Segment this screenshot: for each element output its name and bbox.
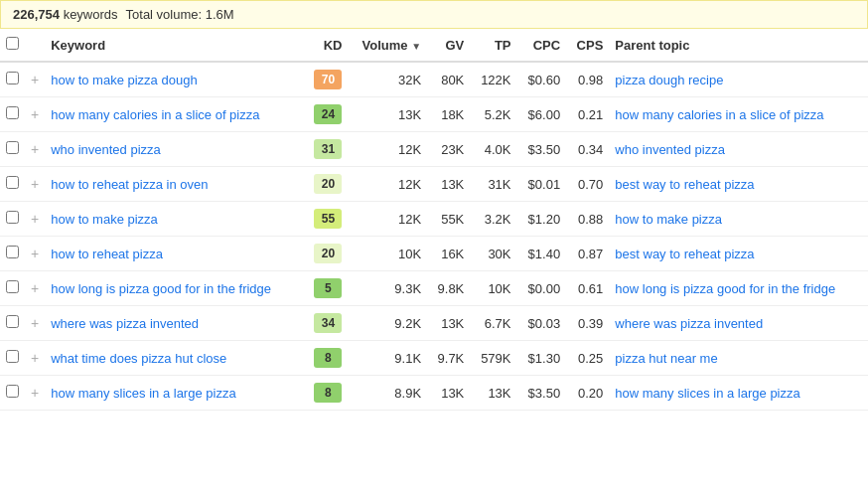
summary-bar: 226,754 keywords Total volume: 1.6M bbox=[0, 0, 868, 29]
keyword-link[interactable]: how to reheat pizza bbox=[51, 247, 163, 261]
keyword-link[interactable]: where was pizza invented bbox=[51, 316, 199, 331]
row-checkbox-cell[interactable] bbox=[0, 271, 25, 306]
row-parent-topic: best way to reheat pizza bbox=[609, 167, 868, 202]
col-header-gv: GV bbox=[427, 29, 470, 62]
row-plus-cell[interactable]: + bbox=[25, 62, 45, 97]
row-kd: 20 bbox=[304, 167, 349, 202]
row-plus-cell[interactable]: + bbox=[25, 167, 45, 202]
add-row-button[interactable]: + bbox=[31, 385, 39, 401]
row-checkbox-cell[interactable] bbox=[0, 132, 25, 167]
parent-topic-link[interactable]: how many slices in a large pizza bbox=[615, 386, 799, 401]
kd-badge: 8 bbox=[314, 383, 342, 403]
row-checkbox-cell[interactable] bbox=[0, 341, 25, 376]
row-volume: 9.1K bbox=[348, 341, 427, 376]
add-row-button[interactable]: + bbox=[31, 280, 39, 296]
row-plus-cell[interactable]: + bbox=[25, 271, 45, 306]
row-volume: 13K bbox=[348, 97, 427, 132]
keyword-link[interactable]: who invented pizza bbox=[51, 142, 161, 157]
row-cps: 0.87 bbox=[566, 237, 609, 271]
row-cps: 0.34 bbox=[566, 132, 609, 167]
add-row-button[interactable]: + bbox=[31, 315, 39, 331]
table-row: + where was pizza invented 34 9.2K 13K 6… bbox=[0, 306, 868, 341]
add-row-button[interactable]: + bbox=[31, 106, 39, 122]
keyword-link[interactable]: how to reheat pizza in oven bbox=[51, 177, 208, 192]
add-row-button[interactable]: + bbox=[31, 176, 39, 192]
row-plus-cell[interactable]: + bbox=[25, 132, 45, 167]
row-volume: 9.3K bbox=[348, 271, 427, 306]
add-row-button[interactable]: + bbox=[31, 246, 39, 261]
row-checkbox-cell[interactable] bbox=[0, 167, 25, 202]
keyword-link[interactable]: how to make pizza dough bbox=[51, 73, 197, 87]
row-cps: 0.39 bbox=[566, 306, 609, 341]
row-checkbox[interactable] bbox=[6, 211, 19, 224]
row-plus-cell[interactable]: + bbox=[25, 306, 45, 341]
row-checkbox[interactable] bbox=[6, 385, 19, 398]
parent-topic-link[interactable]: how to make pizza bbox=[615, 212, 722, 227]
parent-topic-link[interactable]: best way to reheat pizza bbox=[615, 247, 754, 261]
col-header-volume[interactable]: Volume ▼ bbox=[348, 29, 427, 62]
row-tp: 13K bbox=[470, 376, 516, 411]
kd-badge: 31 bbox=[314, 139, 342, 159]
row-tp: 3.2K bbox=[470, 202, 516, 237]
row-checkbox[interactable] bbox=[6, 176, 19, 189]
add-row-button[interactable]: + bbox=[31, 72, 39, 87]
parent-topic-link[interactable]: pizza hut near me bbox=[615, 351, 717, 366]
keyword-link[interactable]: how long is pizza good for in the fridge bbox=[51, 281, 271, 296]
row-parent-topic: how many calories in a slice of pizza bbox=[609, 97, 868, 132]
parent-topic-link[interactable]: where was pizza invented bbox=[615, 316, 763, 331]
row-plus-cell[interactable]: + bbox=[25, 237, 45, 271]
parent-topic-link[interactable]: best way to reheat pizza bbox=[615, 177, 754, 192]
col-header-parent-topic: Parent topic bbox=[609, 29, 868, 62]
row-gv: 55K bbox=[427, 202, 470, 237]
row-kd: 31 bbox=[304, 132, 349, 167]
row-checkbox[interactable] bbox=[6, 72, 19, 84]
keyword-link[interactable]: how to make pizza bbox=[51, 212, 158, 227]
kd-badge: 24 bbox=[314, 104, 342, 124]
keyword-link[interactable]: what time does pizza hut close bbox=[51, 351, 226, 366]
add-row-button[interactable]: + bbox=[31, 350, 39, 366]
row-keyword: how many slices in a large pizza bbox=[45, 376, 304, 411]
row-cpc: $1.40 bbox=[517, 237, 567, 271]
row-tp: 5.2K bbox=[470, 97, 516, 132]
col-header-check[interactable] bbox=[0, 29, 25, 62]
row-parent-topic: who invented pizza bbox=[609, 132, 868, 167]
row-plus-cell[interactable]: + bbox=[25, 341, 45, 376]
row-parent-topic: pizza hut near me bbox=[609, 341, 868, 376]
table-row: + how long is pizza good for in the frid… bbox=[0, 271, 868, 306]
parent-topic-link[interactable]: how many calories in a slice of pizza bbox=[615, 107, 823, 122]
keyword-link[interactable]: how many calories in a slice of pizza bbox=[51, 107, 259, 122]
row-cpc: $0.00 bbox=[517, 271, 567, 306]
row-checkbox-cell[interactable] bbox=[0, 237, 25, 271]
add-row-button[interactable]: + bbox=[31, 211, 39, 227]
row-plus-cell[interactable]: + bbox=[25, 376, 45, 411]
row-checkbox-cell[interactable] bbox=[0, 202, 25, 237]
keyword-link[interactable]: how many slices in a large pizza bbox=[51, 386, 235, 401]
row-plus-cell[interactable]: + bbox=[25, 202, 45, 237]
row-cps: 0.61 bbox=[566, 271, 609, 306]
parent-topic-link[interactable]: who invented pizza bbox=[615, 142, 725, 157]
row-checkbox[interactable] bbox=[6, 280, 19, 293]
row-gv: 9.8K bbox=[427, 271, 470, 306]
row-checkbox[interactable] bbox=[6, 315, 19, 328]
col-header-tp: TP bbox=[470, 29, 516, 62]
row-gv: 18K bbox=[427, 97, 470, 132]
select-all-checkbox[interactable] bbox=[6, 37, 19, 50]
row-checkbox-cell[interactable] bbox=[0, 306, 25, 341]
parent-topic-link[interactable]: how long is pizza good for in the fridge bbox=[615, 281, 835, 296]
row-checkbox[interactable] bbox=[6, 141, 19, 154]
row-gv: 13K bbox=[427, 167, 470, 202]
row-volume: 9.2K bbox=[348, 306, 427, 341]
keyword-count: 226,754 keywords bbox=[13, 7, 118, 22]
row-plus-cell[interactable]: + bbox=[25, 97, 45, 132]
parent-topic-link[interactable]: pizza dough recipe bbox=[615, 73, 723, 87]
row-tp: 31K bbox=[470, 167, 516, 202]
row-checkbox-cell[interactable] bbox=[0, 97, 25, 132]
row-checkbox-cell[interactable] bbox=[0, 62, 25, 97]
row-kd: 5 bbox=[304, 271, 349, 306]
row-checkbox[interactable] bbox=[6, 350, 19, 363]
add-row-button[interactable]: + bbox=[31, 141, 39, 157]
row-checkbox[interactable] bbox=[6, 246, 19, 258]
table-row: + what time does pizza hut close 8 9.1K … bbox=[0, 341, 868, 376]
row-checkbox[interactable] bbox=[6, 106, 19, 119]
row-checkbox-cell[interactable] bbox=[0, 376, 25, 411]
